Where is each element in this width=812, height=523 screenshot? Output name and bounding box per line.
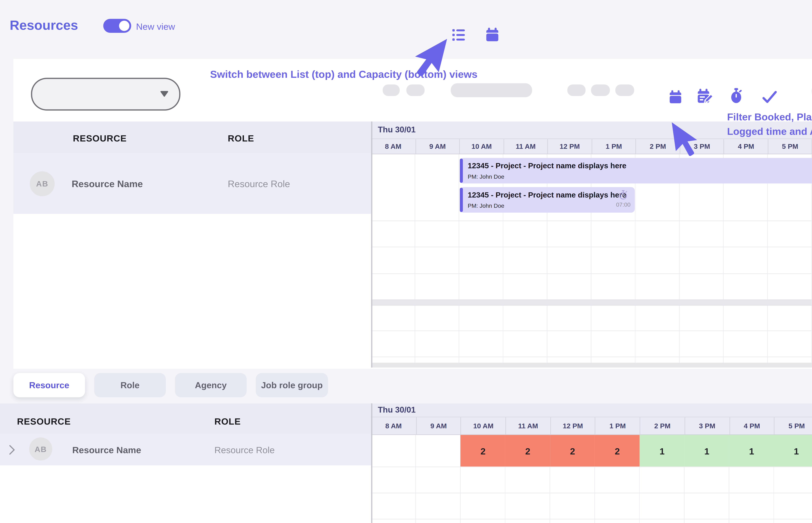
skeleton-pill-wide — [451, 83, 532, 97]
hour-cell: 3 PM — [684, 417, 729, 434]
tab[interactable]: Resource — [13, 373, 85, 397]
hour-cell: 10 AM — [459, 139, 503, 154]
skeleton-pill — [567, 85, 586, 96]
new-view-toggle[interactable] — [103, 19, 131, 33]
hour-cell: 8 AM — [371, 139, 415, 154]
filter-booked-calendar-icon[interactable] — [668, 89, 683, 105]
grid-row-line — [371, 519, 812, 519]
resource-table-header: RESOURCE ROLE — [13, 122, 371, 153]
hour-cell: 4 PM — [729, 417, 774, 434]
calendar-view-icon[interactable] — [485, 26, 500, 43]
group-separator — [371, 300, 812, 306]
hour-cell: 8 AM — [371, 417, 416, 434]
chevron-down-icon — [160, 90, 169, 97]
resource-role: Resource Role — [228, 179, 290, 190]
column-resource: RESOURCE — [17, 416, 71, 427]
tab[interactable]: Job role group — [256, 373, 328, 397]
capacity-cell[interactable] — [371, 435, 416, 467]
capacity-cell[interactable]: 2 — [505, 435, 550, 467]
toggle-knob — [119, 21, 129, 31]
hour-cell: 11 AM — [505, 417, 550, 434]
grid-row-line — [371, 330, 812, 331]
capacity-view-panel: RESOURCE ROLE AB Resource Name Resource … — [0, 403, 812, 523]
booking-bar[interactable]: 12345 - Project - Project name displays … — [460, 158, 812, 183]
filter-all-check-icon[interactable] — [762, 90, 777, 104]
grid-row-line — [371, 247, 812, 247]
capacity-row: 222211111 — [371, 435, 812, 467]
resources-page: Resources New view Switch between List (… — [0, 0, 812, 523]
avatar: AB — [29, 437, 52, 461]
column-role: ROLE — [228, 133, 254, 143]
day-start-label: Thu 30/01 — [378, 405, 416, 414]
timeline-grid-bottom: 222211111 — [371, 435, 812, 523]
filter-annotation-line2: Logged time and All — [727, 126, 812, 137]
capacity-cell[interactable]: 1 — [640, 435, 684, 467]
hour-cell: 10 AM — [461, 417, 505, 434]
list-view-panel: RESOURCE ROLE AB Resource Name Resource … — [13, 59, 812, 369]
tab[interactable]: Role — [94, 373, 166, 397]
grid-row-line — [371, 220, 812, 221]
hours-band-bottom: 8 AM9 AM10 AM11 AM12 PM1 PM2 PM3 PM4 PM5… — [371, 417, 812, 435]
column-resource: RESOURCE — [73, 133, 127, 143]
booking-title: 12345 - Project - Project name displays … — [468, 162, 626, 170]
grid-row-line — [371, 357, 812, 357]
filter-annotation-line1: Filter Booked, Placeholders, — [727, 111, 812, 123]
filter-placeholders-calendar-edit-icon[interactable] — [696, 88, 713, 105]
capacity-cell[interactable]: 2 — [550, 435, 595, 467]
resource-table-header: RESOURCE ROLE — [0, 403, 371, 434]
pointer-arrow-filters — [667, 119, 701, 159]
capacity-cell[interactable]: 2 — [461, 435, 505, 467]
stopwatch-icon — [619, 190, 628, 200]
table-timeline-splitter[interactable] — [371, 122, 372, 367]
logged-time: 07:00 — [616, 201, 630, 208]
day-band: Thu 30/01 Fri 31/01 — [371, 403, 812, 417]
hour-cell: 5 PM — [774, 417, 812, 434]
capacity-cell[interactable]: 2 — [595, 435, 640, 467]
capacity-cell[interactable]: 1 — [729, 435, 774, 467]
hour-cell: 9 AM — [416, 417, 461, 434]
grouping-dropdown[interactable] — [31, 78, 181, 111]
capacity-cell[interactable]: 1 — [684, 435, 729, 467]
booking-pm: PM: John Doe — [468, 202, 504, 209]
day-start-label: Thu 30/01 — [378, 125, 416, 134]
booking-title: 12345 - Project - Project name displays … — [468, 191, 626, 199]
filter-logged-time-stopwatch-icon[interactable] — [729, 87, 743, 105]
tab[interactable]: Agency — [175, 373, 246, 397]
list-view-icon[interactable] — [451, 27, 466, 43]
hour-cell: 2 PM — [640, 417, 684, 434]
hour-cell: 1 PM — [595, 417, 640, 434]
skeleton-pill — [383, 85, 400, 96]
skeleton-pill — [615, 85, 634, 96]
resource-name: Resource Name — [72, 179, 143, 190]
booking-pm: PM: John Doe — [468, 173, 504, 180]
skeleton-pill — [406, 85, 425, 96]
horizontal-scrollbar[interactable] — [371, 363, 812, 367]
hour-cell: 4 PM — [724, 139, 768, 154]
resource-name: Resource Name — [72, 445, 141, 455]
grid-row-line — [371, 467, 812, 467]
capacity-cell[interactable]: 1 — [774, 435, 812, 467]
hour-cell: 12 PM — [548, 139, 591, 154]
timeline-grid-top: 12345 - Project - Project name displays … — [371, 154, 812, 363]
hour-cell: 5 PM — [768, 139, 812, 154]
page-title: Resources — [10, 18, 78, 33]
resource-role: Resource Role — [214, 445, 275, 455]
expand-chevron-icon[interactable] — [8, 445, 16, 455]
skeleton-pill — [591, 85, 610, 96]
hours-band-top: 8 AM9 AM10 AM11 AM12 PM1 PM2 PM3 PM4 PM5… — [371, 139, 812, 155]
hour-cell: 12 PM — [550, 417, 595, 434]
grid-row-line — [371, 273, 812, 274]
resource-row[interactable]: AB Resource Name Resource Role — [0, 434, 371, 465]
capacity-cell[interactable] — [416, 435, 461, 467]
resource-row[interactable]: AB Resource Name Resource Role — [13, 153, 371, 214]
hour-cell: 1 PM — [591, 139, 635, 154]
new-view-toggle-label: New view — [136, 21, 175, 32]
grid-row-line — [371, 493, 812, 493]
pointer-arrow-view-switch — [410, 34, 451, 81]
booking-bar[interactable]: 12345 - Project - Project name displays … — [460, 187, 635, 213]
column-role: ROLE — [214, 416, 241, 427]
avatar: AB — [30, 172, 55, 196]
hour-cell: 11 AM — [503, 139, 547, 154]
hour-cell: 9 AM — [415, 139, 459, 154]
